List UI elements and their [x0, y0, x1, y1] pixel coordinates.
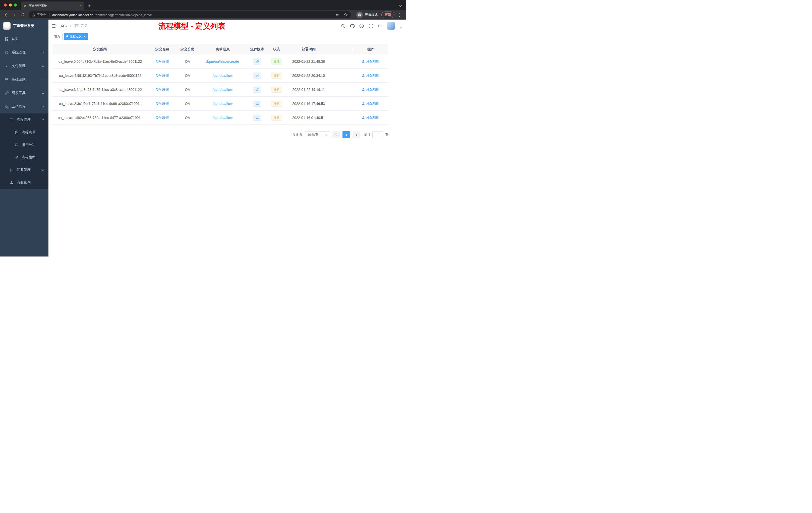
form-link[interactable]: /bpm/oa/flow: [213, 73, 232, 78]
help-icon[interactable]: ?: [359, 23, 364, 28]
github-icon[interactable]: [350, 23, 355, 28]
svg-text:?: ?: [361, 25, 362, 27]
sidebar-item-process-form[interactable]: 流程表单: [0, 126, 49, 139]
font-size-icon[interactable]: TT: [378, 23, 383, 28]
window-close-button[interactable]: [4, 3, 7, 6]
site-security-warning[interactable]: 不安全: [32, 12, 47, 17]
definition-name-link[interactable]: OA 请假: [156, 116, 169, 119]
version-tag: v3: [253, 87, 261, 93]
address-bar[interactable]: 不安全 dashboard.yudao.iocoder.cn/bpm/manag…: [29, 11, 351, 18]
new-tab-button[interactable]: +: [86, 2, 93, 9]
avatar-caret-icon[interactable]: [400, 27, 402, 29]
assign-rule-link[interactable]: 分配规则: [361, 73, 379, 78]
sidebar-item-home[interactable]: 首页: [0, 32, 49, 46]
assign-rule-link[interactable]: 分配规则: [361, 59, 379, 63]
cell-category: OA: [177, 88, 198, 92]
update-button[interactable]: 更新: [381, 11, 395, 18]
header-status: 状态: [267, 47, 286, 52]
form-link[interactable]: /bpm/oa/flow: [213, 88, 232, 92]
cell-definition-id: oa_leave:3:1fad3d93-7b75-11ec-a3c8-acde4…: [53, 88, 148, 92]
assign-rule-link[interactable]: 分配规则: [361, 87, 379, 92]
page-size-select[interactable]: 10条/页: [305, 131, 330, 138]
send-icon: [14, 155, 19, 159]
cell-definition-id: oa_leave:2:3c1f0ef1-76b1-11ec-9c66-a2380…: [53, 102, 148, 105]
tag-process-definition[interactable]: 流程定义 ×: [64, 33, 88, 40]
goto-page-input[interactable]: [372, 131, 383, 138]
user-icon: [361, 102, 365, 105]
header-definition-id: 定义编号: [53, 47, 148, 52]
browser-toolbar: 不安全 dashboard.yudao.iocoder.cn/bpm/manag…: [0, 10, 406, 20]
prev-page-button[interactable]: [332, 131, 340, 138]
form-link[interactable]: /bpm/oa/leave/create: [206, 59, 239, 63]
search-icon[interactable]: [341, 23, 346, 28]
forward-button[interactable]: [10, 11, 18, 18]
assign-rule-label: 分配规则: [366, 59, 379, 63]
chevron-down-icon: [41, 168, 44, 171]
browser-menu-kebab-icon[interactable]: ⋮: [396, 12, 404, 17]
table-row: oa_leave:5:004b710b-7b8a-11ec-8ef0-acde4…: [53, 55, 388, 68]
window-minimize-button[interactable]: [9, 3, 12, 6]
password-key-icon[interactable]: [336, 13, 340, 17]
sidebar-item-process-model[interactable]: 流程模型: [0, 151, 49, 163]
assign-rule-link[interactable]: 分配规则: [361, 115, 379, 120]
breadcrumb-home[interactable]: 首页: [61, 24, 68, 28]
sidebar-item-task-management[interactable]: 任务管理: [0, 163, 49, 176]
menu-fold-icon[interactable]: [52, 24, 57, 28]
tab-close-icon[interactable]: ×: [80, 4, 82, 7]
header-operation: 操作: [352, 47, 388, 52]
cell-deploy-time: 2022-01-22 21:48:38: [286, 59, 331, 63]
form-link[interactable]: /bpm/oa/flow: [213, 102, 232, 105]
back-button[interactable]: [2, 11, 9, 18]
browser-tab[interactable]: 芋道管理系统 ×: [21, 1, 84, 10]
fullscreen-icon[interactable]: [368, 23, 373, 28]
assign-rule-link[interactable]: 分配规则: [361, 101, 379, 105]
warning-triangle-icon: [32, 13, 35, 17]
chat-bubble-icon: [14, 143, 19, 147]
form-link[interactable]: /bpm/oa/flow: [213, 116, 232, 120]
tag-close-icon[interactable]: ×: [83, 35, 85, 38]
server-icon: [4, 78, 8, 82]
sidebar-logo[interactable]: 芋道管理系统: [0, 20, 49, 32]
app-title: 芋道管理系统: [13, 24, 34, 28]
status-tag: 激活: [271, 58, 282, 64]
tab-search-chevron-icon[interactable]: [399, 5, 402, 7]
sidebar-item-workflow[interactable]: 工作流程: [0, 100, 49, 114]
tag-home[interactable]: 首页: [52, 33, 62, 40]
status-tag: 挂起: [271, 101, 282, 107]
window-zoom-button[interactable]: [14, 3, 17, 6]
page-number-current[interactable]: 1: [343, 131, 350, 138]
incognito-label: 无痕模式: [365, 12, 378, 17]
next-page-button[interactable]: [352, 131, 360, 138]
active-dot: [66, 35, 68, 37]
table-row: oa_leave:4:991f2193-7b7f-11ec-a3c8-acde4…: [53, 68, 388, 83]
breadcrumb-separator: /: [70, 24, 71, 28]
bookmark-star-icon[interactable]: [344, 13, 348, 17]
status-tag: 挂起: [271, 115, 282, 121]
chevron-down-icon: [41, 64, 44, 67]
chevron-up-icon: [41, 105, 44, 109]
window-controls: [0, 0, 20, 10]
sidebar-item-process-management[interactable]: 流程管理: [0, 114, 49, 126]
definition-name-link[interactable]: OA 请假: [156, 101, 169, 105]
definition-table: 定义编号 定义名称 定义分类 表单信息 流程版本 状态 部署时间 操作 oa_l…: [53, 44, 388, 125]
chevron-down-icon: [325, 133, 328, 136]
tab-favicon-icon: [23, 4, 27, 7]
sidebar-item-infrastructure[interactable]: 基础设施: [0, 73, 49, 86]
sidebar: 芋道管理系统 首页 系统管理 ¥ 支付管理 基础设施: [0, 20, 49, 256]
url-host: dashboard.yudao.iocoder.cn: [52, 13, 93, 17]
sidebar-item-user-group[interactable]: 用户分组: [0, 139, 49, 151]
sidebar-item-devtools[interactable]: 研发工具: [0, 86, 49, 100]
assign-rule-label: 分配规则: [366, 115, 379, 120]
sidebar-item-system[interactable]: 系统管理: [0, 46, 49, 59]
chevron-up-icon: [41, 119, 44, 121]
user-icon: [361, 88, 365, 91]
cell-category: OA: [177, 116, 198, 120]
reload-button[interactable]: [19, 11, 26, 18]
avatar[interactable]: [387, 22, 395, 30]
definition-name-link[interactable]: OA 请假: [156, 59, 169, 63]
sidebar-item-payment[interactable]: ¥ 支付管理: [0, 59, 49, 73]
definition-name-link[interactable]: OA 请假: [156, 73, 169, 77]
definition-name-link[interactable]: OA 请假: [156, 87, 169, 91]
url-path: /bpm/manager/definition?key=oa_leave: [95, 13, 152, 17]
sidebar-item-leave-query[interactable]: 请假查询: [0, 176, 49, 189]
